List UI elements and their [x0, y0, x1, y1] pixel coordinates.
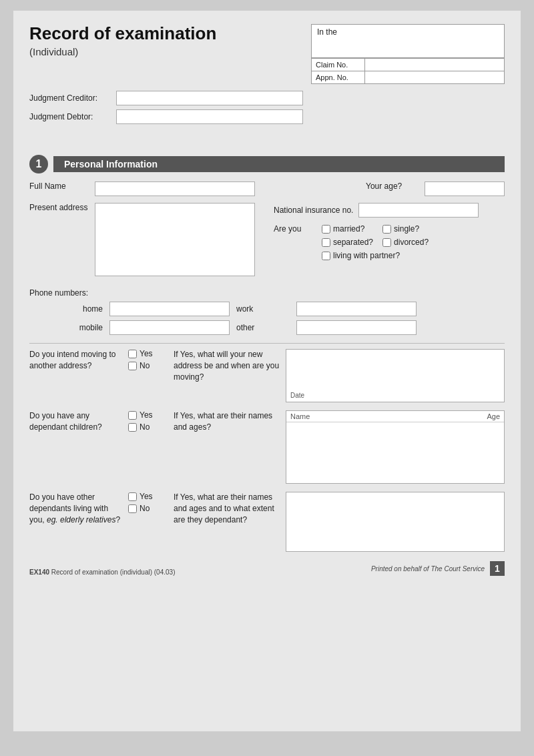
- form-title: Record of examination (individual) (04.0…: [51, 569, 176, 576]
- footer-right: Printed on behalf of The Court Service 1: [371, 561, 505, 576]
- present-address-label: Present address: [29, 203, 89, 212]
- full-name-label: Full Name: [29, 181, 89, 191]
- other-dependants-eg: eg. elderly relatives: [47, 515, 115, 524]
- in-the-label: In the: [312, 25, 504, 58]
- address-right: National insurance no. Are you married?: [274, 203, 505, 263]
- single-option: single?: [382, 224, 434, 234]
- moving-yes-label: Yes: [140, 349, 153, 358]
- work-phone-input[interactable]: [296, 302, 417, 316]
- judgment-debtor-row: Judgment Debtor:: [29, 109, 505, 124]
- living-partner-label: living with partner?: [333, 251, 400, 260]
- single-checkbox[interactable]: [382, 225, 391, 234]
- present-address-input[interactable]: [95, 203, 255, 276]
- name-col-label: Name: [290, 412, 473, 420]
- dependant-no-label: No: [140, 422, 150, 432]
- moving-question-row: Do you intend moving to another address?…: [29, 349, 505, 402]
- national-ins-label: National insurance no.: [274, 206, 353, 215]
- mobile-phone-input[interactable]: [109, 320, 230, 335]
- other-dep-yes-checkbox[interactable]: [128, 492, 137, 501]
- age-input[interactable]: [425, 181, 505, 196]
- other-dep-yes-label: Yes: [140, 492, 153, 501]
- single-label: single?: [394, 224, 419, 234]
- section1-title: Personal Information: [53, 156, 505, 172]
- claim-no-value: [365, 59, 504, 71]
- footer: EX140 Record of examination (individual)…: [29, 561, 505, 576]
- other-dep-yes-item: Yes: [128, 492, 168, 501]
- living-partner-option: living with partner?: [322, 251, 434, 260]
- moving-yes-no: Yes No: [128, 349, 168, 370]
- judgment-debtor-input[interactable]: [116, 109, 303, 124]
- separated-label: separated?: [333, 238, 373, 247]
- other-dep-if-yes-text: If Yes, what are their names and ages an…: [174, 492, 280, 525]
- home-label: home: [49, 304, 103, 314]
- section1-number: 1: [29, 155, 48, 173]
- your-age-label: Your age?: [366, 181, 419, 191]
- judgment-debtor-label: Judgment Debtor:: [29, 112, 116, 121]
- other-phone-input[interactable]: [296, 320, 417, 335]
- right-side-fields: National insurance no. Are you married?: [274, 203, 505, 263]
- moving-question-text: Do you intend moving to another address?: [29, 349, 123, 372]
- header-area: Record of examination (Individual) In th…: [29, 24, 505, 84]
- dependant-yes-no: Yes No: [128, 410, 168, 432]
- other-dep-no-label: No: [140, 504, 150, 513]
- judgment-fields: Judgment Creditor: Judgment Debtor:: [29, 91, 505, 124]
- moving-yes-checkbox[interactable]: [128, 350, 137, 358]
- court-box: In the Claim No. Appn. No.: [311, 24, 505, 84]
- dependant-if-yes-text: If Yes, what are their names and ages?: [174, 410, 280, 433]
- address-field-row: Present address: [29, 203, 260, 276]
- moving-if-yes-text: If Yes, what will your new address be an…: [174, 349, 280, 382]
- full-name-row: Full Name Your age?: [29, 181, 505, 196]
- date-label: Date: [290, 392, 304, 399]
- appn-no-row: Appn. No.: [312, 71, 504, 83]
- address-left: Present address: [29, 203, 260, 283]
- other-dependants-question-text: Do you have other dependants living with…: [29, 492, 123, 525]
- national-ins-row: National insurance no.: [274, 203, 505, 218]
- phone-section: Phone numbers: home work mobile other: [29, 288, 505, 335]
- mobile-label: mobile: [49, 323, 103, 332]
- dependant-yes-checkbox[interactable]: [128, 411, 137, 420]
- divorced-checkbox[interactable]: [382, 238, 391, 247]
- appn-no-value: [365, 71, 504, 83]
- divorced-option: divorced?: [382, 238, 434, 247]
- moving-no-checkbox[interactable]: [128, 362, 137, 370]
- dependant-no-checkbox[interactable]: [128, 423, 137, 432]
- home-phone-input[interactable]: [109, 302, 230, 316]
- other-dep-no-checkbox[interactable]: [128, 504, 137, 513]
- other-dependants-yes-no: Yes No: [128, 492, 168, 513]
- printed-by: Printed on behalf of The Court Service: [371, 565, 485, 573]
- judgment-creditor-input[interactable]: [116, 91, 303, 105]
- judgment-creditor-row: Judgment Creditor:: [29, 91, 505, 105]
- page: Record of examination (Individual) In th…: [13, 11, 521, 731]
- moving-no-label: No: [140, 361, 150, 370]
- title-block: Record of examination (Individual): [29, 24, 300, 84]
- dependant-children-question-text: Do you have any dependant children?: [29, 410, 123, 433]
- married-label: married?: [333, 224, 364, 234]
- moving-yes-item: Yes: [128, 349, 168, 358]
- marital-status-options: married? single? separated?: [322, 224, 434, 263]
- footer-left: EX140 Record of examination (individual)…: [29, 569, 175, 576]
- section1-header: 1 Personal Information: [29, 155, 505, 173]
- dependant-children-answer-box: Name Age: [286, 410, 505, 484]
- other-dep-answer-box: [286, 492, 505, 552]
- dependant-yes-item: Yes: [128, 410, 168, 420]
- are-you-section: Are you married? single?: [274, 224, 505, 263]
- phone-numbers-label: Phone numbers:: [29, 288, 505, 298]
- full-name-input[interactable]: [95, 181, 255, 196]
- other-label: other: [236, 323, 290, 332]
- phone-grid: home work mobile other: [49, 302, 505, 335]
- work-label: work: [236, 304, 290, 314]
- address-row: Present address National insurance no. A…: [29, 203, 505, 283]
- name-age-header: Name Age: [286, 411, 504, 422]
- dependant-yes-label: Yes: [140, 410, 153, 420]
- married-option: married?: [322, 224, 373, 234]
- moving-no-item: No: [128, 361, 168, 370]
- living-partner-checkbox[interactable]: [322, 252, 330, 260]
- married-checkbox[interactable]: [322, 225, 330, 234]
- other-dependants-question-end: ?: [115, 515, 120, 524]
- claim-no-label: Claim No.: [312, 59, 365, 71]
- dependant-no-item: No: [128, 422, 168, 432]
- are-you-label: Are you: [274, 224, 314, 234]
- national-ins-input[interactable]: [358, 203, 479, 218]
- separated-checkbox[interactable]: [322, 238, 330, 247]
- claim-no-row: Claim No.: [312, 58, 504, 71]
